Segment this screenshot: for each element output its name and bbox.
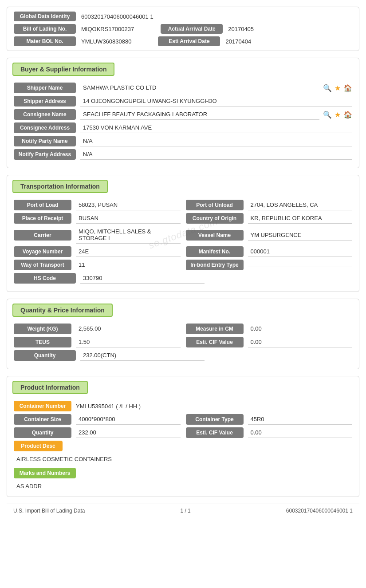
manifest-pair: Manifest No. 000001 (186, 246, 353, 257)
global-id-value: 600320170406000046001 1 (81, 13, 153, 20)
quantity-price-body: Weight (KG) 2,565.00 Measure in CM 0.00 … (7, 321, 359, 369)
container-size-pair: Container Size 4000*900*800 (14, 414, 181, 425)
footer-right: 600320170406000046001 1 (286, 508, 353, 514)
master-bol-row: Mater BOL No. YMLUW360830880 Esti Arriva… (14, 36, 352, 46)
footer-center: 1 / 1 (180, 508, 190, 514)
voyage-manifest-row: Voyage Number 24E Manifest No. 000001 (14, 246, 352, 257)
actual-arrival-label: Actual Arrival Date (161, 24, 223, 34)
bol-value: MIQOKRS17000237 (81, 26, 134, 32)
esti-arrival-pair: Esti Arrival Date 20170404 (158, 36, 251, 46)
consignee-address-row: Consignee Address 17530 VON KARMAN AVE (14, 122, 352, 133)
bol-label: Bill of Lading No. (14, 24, 76, 34)
inbond-pair: In-bond Entry Type (186, 260, 353, 270)
quantity-price-header: Quantity & Price Information (12, 304, 113, 317)
teus-value: 1.50 (76, 337, 181, 347)
esti-arrival-label: Esti Arrival Date (158, 36, 220, 46)
port-row: Port of Load 58023, PUSAN Port of Unload… (14, 200, 352, 210)
esti-arrival-value: 20170404 (225, 38, 251, 45)
shipper-name-value: SAMHWA PLASTIC CO LTD (80, 83, 319, 93)
bol-row: Bill of Lading No. MIQOKRS17000237 Actua… (14, 24, 352, 34)
footer-left: U.S. Import Bill of Lading Data (13, 508, 85, 514)
container-number-row: Container Number YMLU5395041 ( /L / HH ) (14, 401, 352, 411)
transportation-header: Transportation Information (12, 180, 108, 193)
place-receipt-value: BUSAN (76, 213, 181, 224)
weight-value: 2,565.00 (76, 324, 181, 334)
consignee-search-icon[interactable]: 🔍 (323, 110, 332, 119)
hs-code-row: HS Code 330790 (14, 273, 352, 284)
shipper-search-icon[interactable]: 🔍 (323, 84, 332, 92)
product-desc-section: Product Desc (14, 441, 352, 453)
identity-section: Global Data Identity 6003201704060000460… (7, 7, 359, 51)
teus-pair: TEUS 1.50 (14, 337, 181, 347)
transport-inbond-row: Way of Transport 11 In-bond Entry Type (14, 260, 352, 270)
prod-esti-cif-pair: Esti. CIF Value 0.00 (186, 427, 353, 438)
shipper-star-icon[interactable]: ★ (335, 84, 341, 92)
shipper-name-label: Shipper Name (14, 83, 76, 93)
country-origin-label: Country of Origin (186, 213, 244, 224)
port-unload-label: Port of Unload (186, 200, 244, 210)
consignee-name-row: Consignee Name SEACLIFF BEAUTY PACKAGING… (14, 109, 352, 120)
consignee-icons: 🔍 ★ 🏠 (323, 110, 352, 119)
container-size-value: 4000*900*800 (76, 414, 181, 425)
master-bol-pair: Mater BOL No. YMLUW360830880 (14, 36, 131, 46)
actual-arrival-value: 20170405 (228, 26, 254, 32)
prod-quantity-value: 232.00 (76, 427, 181, 438)
carrier-vessel-row: Carrier MIQO, MITCHELL SALES & STORAGE I… (14, 226, 352, 244)
carrier-label: Carrier (14, 230, 71, 241)
product-desc-label: Product Desc (14, 441, 63, 451)
marks-value: AS ADDR (14, 482, 352, 492)
actual-arrival-pair: Actual Arrival Date 20170405 (161, 24, 254, 34)
esti-cif-value: 0.00 (248, 337, 353, 347)
place-receipt-label: Place of Receipt (14, 213, 71, 224)
port-load-label: Port of Load (14, 200, 71, 210)
shipper-home-icon[interactable]: 🏠 (343, 84, 352, 92)
way-transport-pair: Way of Transport 11 (14, 260, 181, 270)
country-origin-value: KR, REPUBLIC OF KOREA (248, 213, 353, 224)
master-bol-label: Mater BOL No. (14, 36, 76, 46)
port-load-pair: Port of Load 58023, PUSAN (14, 200, 181, 210)
prod-quantity-label: Quantity (14, 427, 71, 438)
quantity-row: Quantity 232.00(CTN) (14, 350, 352, 361)
notify-party-address-label: Notify Party Address (14, 149, 76, 160)
carrier-value: MIQO, MITCHELL SALES & STORAGE I (76, 226, 181, 244)
shipper-address-label: Shipper Address (14, 96, 76, 107)
shipper-name-row: Shipper Name SAMHWA PLASTIC CO LTD 🔍 ★ 🏠 (14, 83, 352, 93)
transportation-body: Port of Load 58023, PUSAN Port of Unload… (7, 197, 359, 292)
consignee-address-label: Consignee Address (14, 122, 76, 133)
marks-section: Marks and Numbers (14, 468, 352, 480)
teus-label: TEUS (14, 337, 71, 347)
manifest-value: 000001 (248, 246, 353, 257)
weight-measure-row: Weight (KG) 2,565.00 Measure in CM 0.00 (14, 324, 352, 334)
quantity-label: Quantity (14, 350, 76, 361)
consignee-name-label: Consignee Name (14, 109, 76, 120)
weight-pair: Weight (KG) 2,565.00 (14, 324, 181, 334)
product-desc-value: AIRLESS COSMETIC CONTAINERS (14, 455, 352, 465)
esti-cif-label: Esti. CIF Value (186, 337, 244, 347)
voyage-label: Voyage Number (14, 246, 71, 257)
consignee-star-icon[interactable]: ★ (335, 110, 341, 119)
voyage-pair: Voyage Number 24E (14, 246, 181, 257)
inbond-label: In-bond Entry Type (186, 260, 244, 270)
container-size-type-row: Container Size 4000*900*800 Container Ty… (14, 414, 352, 425)
measure-value: 0.00 (248, 324, 353, 334)
container-type-pair: Container Type 45R0 (186, 414, 353, 425)
container-size-label: Container Size (14, 414, 71, 425)
bol-pair: Bill of Lading No. MIQOKRS17000237 (14, 24, 134, 34)
buyer-supplier-body: Shipper Name SAMHWA PLASTIC CO LTD 🔍 ★ 🏠… (7, 80, 359, 168)
notify-party-address-value: N/A (80, 149, 352, 160)
prod-esti-cif-value: 0.00 (248, 427, 353, 438)
container-type-value: 45R0 (248, 414, 353, 425)
port-load-value: 58023, PUSAN (76, 200, 181, 210)
global-id-label: Global Data Identity (14, 12, 76, 21)
vessel-name-pair: Vessel Name YM UPSURGENCE (186, 230, 353, 241)
carrier-pair: Carrier MIQO, MITCHELL SALES & STORAGE I (14, 226, 181, 244)
container-number-value: YMLU5395041 ( /L / HH ) (76, 403, 141, 410)
global-id-row: Global Data Identity 6003201704060000460… (14, 12, 352, 21)
consignee-home-icon[interactable]: 🏠 (343, 110, 352, 119)
country-origin-pair: Country of Origin KR, REPUBLIC OF KOREA (186, 213, 353, 224)
shipper-address-row: Shipper Address 14 OJEONGONGUPGIL UIWANG… (14, 96, 352, 107)
shipper-address-value: 14 OJEONGONGUPGIL UIWANG-SI KYUNGGI-DO (80, 96, 352, 107)
buyer-supplier-section: Buyer & Supplier Information Shipper Nam… (7, 58, 359, 168)
measure-label: Measure in CM (186, 324, 244, 334)
notify-party-name-row: Notify Party Name N/A (14, 136, 352, 146)
